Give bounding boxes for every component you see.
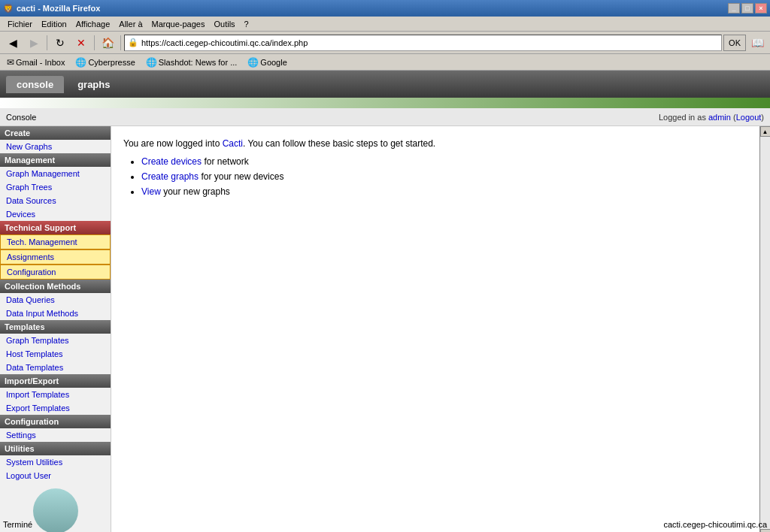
go-button[interactable]: OK	[723, 35, 746, 51]
stop-button[interactable]: ✕	[71, 34, 91, 52]
page-header: console graphs	[0, 71, 770, 108]
sidebar-item-export-templates[interactable]: Export Templates	[0, 401, 111, 415]
sidebar-item-configuration-tech[interactable]: Configuration	[0, 264, 111, 280]
create-graphs-link[interactable]: Create graphs	[141, 171, 199, 182]
home-button[interactable]: 🏠	[98, 34, 117, 52]
scroll-track[interactable]	[760, 137, 771, 529]
sidebar-item-system-utilities[interactable]: System Utilities	[0, 455, 111, 469]
bookmark-google-label: Google	[260, 58, 286, 67]
toolbar: ◀ ▶ ↻ ✕ 🏠 🔒 https://cacti.cegep-chicouti…	[0, 32, 770, 54]
sidebar-item-host-templates[interactable]: Host Templates	[0, 347, 111, 361]
right-scrollbar: ▲ ▼	[759, 126, 770, 532]
sidebar-section-templates: Templates	[0, 320, 111, 334]
sidebar-item-data-templates[interactable]: Data Templates	[0, 361, 111, 374]
bookmark-gmail-label: Gmail - Inbox	[16, 58, 65, 67]
sidebar-item-settings[interactable]: Settings	[0, 428, 111, 442]
browser-area: console graphs Console Logged in as admi…	[0, 71, 770, 515]
page-nav: console graphs	[0, 71, 770, 98]
sidebar-section-configuration: Configuration	[0, 415, 111, 428]
bookmark-gmail[interactable]: ✉ Gmail - Inbox	[3, 56, 68, 69]
sidebar-item-import-templates[interactable]: Import Templates	[0, 388, 111, 401]
bookmark-cyberpresse-label: Cyberpresse	[88, 58, 135, 67]
content-area: Create New Graphs Management Graph Manag…	[0, 126, 770, 532]
lock-icon: 🔒	[128, 38, 138, 47]
sidebar-item-logout-user[interactable]: Logout User	[0, 469, 111, 482]
minimize-button[interactable]: _	[728, 3, 740, 14]
scroll-up-arrow[interactable]: ▲	[760, 126, 771, 137]
separator-2	[94, 35, 95, 50]
sidebar: Create New Graphs Management Graph Manag…	[0, 126, 111, 532]
window-title: cacti - Mozilla Firefox	[17, 4, 100, 13]
bookmark-google[interactable]: 🌐 Google	[244, 56, 290, 69]
menu-fichier[interactable]: Fichier	[3, 18, 37, 30]
reader-button[interactable]: 📖	[747, 34, 767, 52]
google-icon: 🌐	[247, 57, 259, 68]
titlebar: 🦁 cacti - Mozilla Firefox _ □ ×	[0, 0, 770, 17]
sidebar-item-data-sources[interactable]: Data Sources	[0, 194, 111, 207]
sidebar-item-data-queries[interactable]: Data Queries	[0, 293, 111, 307]
menu-aller[interactable]: Aller à	[114, 18, 147, 30]
sidebar-item-tech-management[interactable]: Tech. Management	[0, 234, 111, 249]
sidebar-item-graph-trees[interactable]: Graph Trees	[0, 180, 111, 194]
nav-tab-graphs[interactable]: graphs	[67, 76, 120, 93]
sidebar-section-create: Create	[0, 126, 111, 140]
separator-3	[120, 35, 121, 50]
intro-text: You are now logged into Cacti. You can f…	[123, 138, 747, 149]
list-item-1: Create devices for network	[141, 156, 747, 167]
console-header: Console Logged in as admin (Logout)	[0, 108, 770, 126]
sidebar-item-graph-management[interactable]: Graph Management	[0, 167, 111, 180]
create-devices-link[interactable]: Create devices	[141, 156, 202, 167]
window-buttons: _ □ ×	[728, 3, 767, 14]
close-button[interactable]: ×	[755, 3, 767, 14]
bookmark-cyberpresse[interactable]: 🌐 Cyberpresse	[71, 56, 138, 69]
address-bar: 🔒 https://cacti.cegep-chicoutimi.qc.ca/i…	[124, 35, 722, 51]
status-text: Terminé	[3, 520, 32, 529]
getting-started-list: Create devices for network Create graphs…	[123, 156, 747, 197]
sidebar-section-management: Management	[0, 153, 111, 167]
logged-in-text: Logged in as admin (Logout)	[659, 113, 764, 122]
gmail-icon: ✉	[7, 57, 14, 68]
sidebar-section-collection-methods: Collection Methods	[0, 280, 111, 293]
separator-1	[47, 35, 47, 50]
sidebar-section-import-export: Import/Export	[0, 374, 111, 388]
sidebar-item-graph-templates[interactable]: Graph Templates	[0, 334, 111, 347]
address-input[interactable]: https://cacti.cegep-chicoutimi.qc.ca/ind…	[141, 38, 718, 47]
nav-tab-console[interactable]: console	[6, 76, 64, 93]
list-item-3: View your new graphs	[141, 186, 747, 197]
sidebar-item-devices[interactable]: Devices	[0, 207, 111, 221]
back-button[interactable]: ◀	[3, 34, 23, 52]
cyberpresse-icon: 🌐	[75, 57, 86, 68]
status-url: cacti.cegep-chicoutimi.qc.ca	[663, 520, 767, 529]
maximize-button[interactable]: □	[741, 3, 753, 14]
sidebar-item-data-input-methods[interactable]: Data Input Methods	[0, 307, 111, 320]
forward-button[interactable]: ▶	[24, 34, 44, 52]
admin-user-link[interactable]: admin	[708, 113, 731, 122]
bookmarks-bar: ✉ Gmail - Inbox 🌐 Cyberpresse 🌐 Slashdot…	[0, 54, 770, 71]
sidebar-item-new-graphs[interactable]: New Graphs	[0, 140, 111, 153]
cacti-link[interactable]: Cacti	[223, 138, 243, 149]
bookmark-slashdot[interactable]: 🌐 Slashdot: News for ...	[142, 56, 241, 69]
scroll-down-arrow[interactable]: ▼	[760, 529, 771, 532]
page-wrapper: console graphs Console Logged in as admi…	[0, 71, 770, 532]
bookmark-slashdot-label: Slashdot: News for ...	[159, 58, 238, 67]
view-link[interactable]: View	[141, 186, 161, 197]
sidebar-section-technical-support: Technical Support	[0, 221, 111, 234]
sidebar-section-utilities: Utilities	[0, 442, 111, 455]
list-item-2: Create graphs for your new devices	[141, 171, 747, 182]
menubar: Fichier Edition Affichage Aller à Marque…	[0, 17, 770, 32]
slashdot-icon: 🌐	[146, 57, 157, 68]
title-text: 🦁 cacti - Mozilla Firefox	[3, 4, 728, 14]
menu-outils[interactable]: Outils	[209, 18, 239, 30]
menu-edition[interactable]: Edition	[37, 18, 71, 30]
menu-affichage[interactable]: Affichage	[71, 18, 115, 30]
logout-link[interactable]: Logout	[736, 113, 762, 122]
console-label: Console	[6, 113, 36, 122]
menu-marque-pages[interactable]: Marque-pages	[147, 18, 210, 30]
sidebar-item-assignments[interactable]: Assignments	[0, 249, 111, 264]
menu-help[interactable]: ?	[240, 18, 253, 30]
main-content: You are now logged into Cacti. You can f…	[111, 126, 759, 532]
browser-favicon: 🦁	[3, 4, 14, 14]
reload-button[interactable]: ↻	[50, 34, 70, 52]
